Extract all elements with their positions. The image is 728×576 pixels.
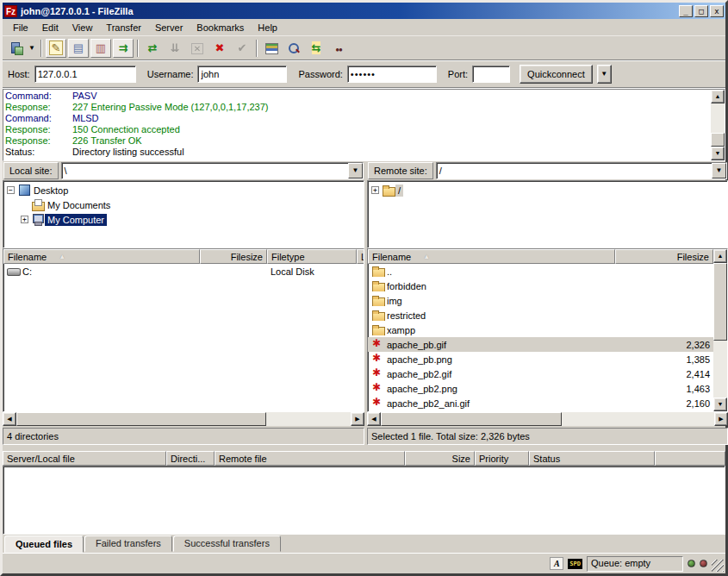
chevron-down-icon[interactable]: ▼ [348,163,363,178]
local-hscrollbar[interactable]: ◀ ▶ [3,412,364,426]
menu-item[interactable]: Transfer [99,21,148,34]
scroll-down-icon[interactable]: ▼ [711,147,725,160]
queue-tab[interactable]: Failed transfers [84,535,172,552]
expander-icon[interactable]: + [21,216,28,223]
scroll-thumb[interactable] [16,412,266,426]
expander-icon[interactable]: + [371,186,379,194]
menu-item[interactable]: File [6,21,35,34]
local-site-combobox[interactable]: \ ▼ [61,162,364,179]
host-input[interactable] [34,66,136,83]
directory-comparison-icon[interactable] [283,39,304,58]
queue-tab[interactable]: Queued files [4,535,84,553]
site-manager-icon[interactable] [6,39,27,58]
queue-tab[interactable]: Successful transfers [173,535,281,552]
synchronized-browsing-icon[interactable] [306,39,327,58]
scroll-down-icon[interactable]: ▼ [713,398,727,411]
process-queue-icon[interactable] [165,39,185,58]
scroll-thumb[interactable] [381,412,562,426]
column-header-size[interactable]: Size [405,451,475,466]
remote-site-combobox[interactable]: / ▼ [436,162,727,179]
chevron-down-icon[interactable]: ▼ [712,163,726,178]
column-header-direction[interactable]: Directi... [166,451,215,466]
remote-file-row[interactable]: apache_pb2_ani.gif 2,160 [368,396,713,410]
column-header-filename[interactable]: Filename▲ [3,249,200,264]
close-button[interactable]: x [710,5,724,17]
toggle-message-log-icon[interactable] [46,39,66,58]
remote-site-label: Remote site: [368,162,433,179]
reconnect-icon[interactable] [232,39,252,58]
remote-file-row[interactable]: apache_pb2.png 1,463 [368,381,713,396]
scroll-thumb[interactable] [711,133,725,147]
menu-item[interactable]: Server [148,21,190,34]
toggle-remote-tree-icon[interactable] [90,39,111,58]
column-header-filesize[interactable]: Filesize [200,249,267,264]
scroll-right-icon[interactable]: ▶ [351,412,364,426]
remote-file-row[interactable]: restricted [368,308,713,322]
local-file-list: Filename▲ Filesize Filetype L C: Local D… [3,248,364,412]
tree-item-icon [17,185,31,196]
column-header-remote-file[interactable]: Remote file [215,451,405,466]
find-files-icon[interactable] [328,39,349,58]
local-site-label: Local site: [3,162,59,179]
username-input[interactable] [197,66,287,83]
remote-hscrollbar[interactable]: ◀ ▶ [367,412,728,426]
toggle-transfer-queue-icon[interactable] [113,39,134,58]
scroll-thumb[interactable] [713,263,727,341]
toggle-local-tree-icon[interactable] [68,39,89,58]
tree-item[interactable]: My Documents [4,197,363,212]
resize-grip[interactable] [712,560,724,572]
tree-item[interactable]: + My Computer [4,212,363,227]
title-bar[interactable]: Fz john@127.0.0.1 - FileZilla _ □ x [3,3,725,19]
site-manager-dropdown-icon[interactable]: ▼ [27,39,37,58]
remote-file-row[interactable]: xampp [368,322,713,337]
expander-icon[interactable] [21,201,28,209]
expander-icon[interactable]: − [7,186,15,194]
minimize-button[interactable]: _ [679,5,693,17]
sort-asc-icon: ▲ [423,253,430,260]
remote-file-row[interactable]: apache_pb.png 1,385 [368,352,713,366]
log-line: Status: Directory listing successful [5,147,709,158]
menu-item[interactable]: Help [251,21,284,34]
remote-vscrollbar[interactable]: ▲ ▼ [713,249,727,411]
remote-tree: + / [367,180,728,248]
remote-file-row[interactable]: apache_pb.gif 2,326 [368,337,713,352]
tree-item[interactable]: − Desktop [4,183,363,197]
menu-item[interactable]: View [65,21,100,34]
queue-body[interactable] [3,466,725,535]
cancel-operation-icon[interactable] [187,39,208,58]
quickconnect-button[interactable]: Quickconnect [520,65,593,84]
scroll-left-icon[interactable]: ◀ [3,412,16,426]
column-header-filetype[interactable]: Filetype [267,249,357,264]
scroll-right-icon[interactable]: ▶ [714,412,728,426]
refresh-icon[interactable] [142,39,163,58]
scroll-left-icon[interactable]: ◀ [367,412,381,426]
log-scrollbar[interactable]: ▲ ▼ [711,90,725,160]
filter-icon[interactable] [261,39,282,58]
remote-file-row[interactable]: .. [368,264,713,279]
tree-item[interactable]: + / [369,183,726,197]
password-input[interactable] [347,66,437,83]
column-header-status[interactable]: Status [529,451,655,466]
drive-icon [7,266,21,277]
menu-item[interactable]: Edit [35,21,65,34]
column-header-filesize[interactable]: Filesize [615,249,713,264]
scroll-up-icon[interactable]: ▲ [713,249,727,263]
queue-status: Queue: empty [587,556,683,572]
local-file-row[interactable]: C: Local Disk [3,264,364,279]
column-header-blank [655,451,725,466]
column-header-priority[interactable]: Priority [475,451,529,466]
disconnect-icon[interactable] [209,39,230,58]
column-header-filename[interactable]: Filename▲ [368,249,615,264]
column-header-server-local-file[interactable]: Server/Local file [3,451,166,466]
column-header-modified[interactable]: L [357,249,364,264]
menu-item[interactable]: Bookmarks [190,21,251,34]
remote-file-row[interactable]: forbidden [368,279,713,293]
maximize-button[interactable]: □ [694,5,708,17]
remote-file-row[interactable]: img [368,293,713,308]
remote-file-row[interactable]: apache_pb2.gif 2,414 [368,366,713,381]
local-status-bar: 4 directories [3,428,364,445]
port-input[interactable] [472,66,510,83]
queue-tabs: Queued filesFailed transfersSuccessful t… [3,535,725,553]
scroll-up-icon[interactable]: ▲ [711,90,725,103]
quickconnect-dropdown-icon[interactable]: ▼ [597,65,612,84]
